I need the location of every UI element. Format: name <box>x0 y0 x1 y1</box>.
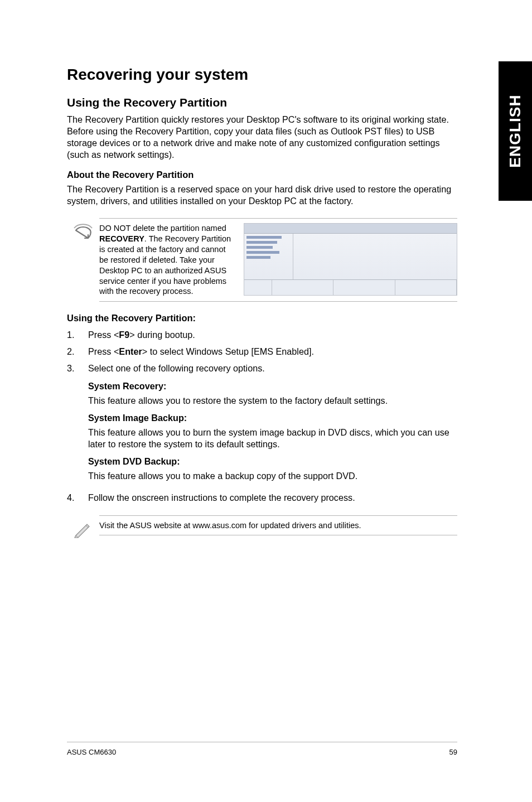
footer-model: ASUS CM6630 <box>67 748 116 756</box>
language-tab: ENGLISH <box>499 61 532 201</box>
option-text: This feature allows you to burn the syst… <box>88 427 457 450</box>
pencil-icon <box>67 515 99 540</box>
option-block: System Image Backup: This feature allows… <box>88 412 457 450</box>
step-text-post: > to select Windows Setup [EMS Enabled]. <box>142 346 314 356</box>
disk-management-screenshot <box>244 223 457 296</box>
step-number: 2. <box>67 346 88 358</box>
warning-text: DO NOT delete the partition named RECOVE… <box>99 223 236 297</box>
step-body: Select one of the following recovery opt… <box>88 363 457 487</box>
using-heading: Using the Recovery Partition: <box>67 313 457 323</box>
warning-post: . The Recovery Partition is created at t… <box>99 234 231 296</box>
option-heading: System DVD Backup: <box>88 456 457 468</box>
warning-bold: RECOVERY <box>99 234 144 243</box>
option-block: System Recovery: This feature allows you… <box>88 380 457 407</box>
step-number: 1. <box>67 329 88 341</box>
step-text: Select one of the following recovery opt… <box>88 363 457 375</box>
option-text: This feature allows you to restore the s… <box>88 395 457 407</box>
step-text-bold: Enter <box>119 346 142 356</box>
page-footer: ASUS CM6630 59 <box>67 742 457 756</box>
info-note: Visit the ASUS website at www.asus.com f… <box>67 515 457 540</box>
option-heading: System Image Backup: <box>88 412 457 424</box>
option-heading: System Recovery: <box>88 380 457 393</box>
section-heading: Using the Recovery Partition <box>67 96 457 109</box>
step-number: 4. <box>67 492 88 504</box>
step-item: 2. Press <Enter> to select Windows Setup… <box>67 346 457 358</box>
step-item: 3. Select one of the following recovery … <box>67 363 457 487</box>
warning-icon <box>67 218 99 245</box>
page-content: Recovering your system Using the Recover… <box>67 66 457 551</box>
intro-paragraph: The Recovery Partition quickly restores … <box>67 114 457 161</box>
option-block: System DVD Backup: This feature allows y… <box>88 456 457 482</box>
steps-list: 1. Press <F9> during bootup. 2. Press <E… <box>67 329 457 504</box>
step-text-pre: Press < <box>88 330 119 340</box>
about-heading: About the Recovery Partition <box>67 170 457 180</box>
step-body: Press <F9> during bootup. <box>88 329 457 341</box>
step-text-post: > during bootup. <box>129 330 195 340</box>
page-title: Recovering your system <box>67 66 457 84</box>
option-text: This feature allows you to make a backup… <box>88 470 457 482</box>
warning-note: DO NOT delete the partition named RECOVE… <box>67 218 457 302</box>
step-number: 3. <box>67 363 88 487</box>
step-text-pre: Press < <box>88 346 119 356</box>
step-item: 4. Follow the onscreen instructions to c… <box>67 492 457 504</box>
warning-pre: DO NOT delete the partition named <box>99 224 226 233</box>
step-text-bold: F9 <box>119 330 129 340</box>
step-body: Follow the onscreen instructions to comp… <box>88 492 457 504</box>
about-paragraph: The Recovery Partition is a reserved spa… <box>67 183 457 207</box>
language-label: ENGLISH <box>506 94 524 167</box>
step-item: 1. Press <F9> during bootup. <box>67 329 457 341</box>
info-text: Visit the ASUS website at www.asus.com f… <box>99 520 361 531</box>
step-body: Press <Enter> to select Windows Setup [E… <box>88 346 457 358</box>
footer-page-number: 59 <box>449 748 457 756</box>
